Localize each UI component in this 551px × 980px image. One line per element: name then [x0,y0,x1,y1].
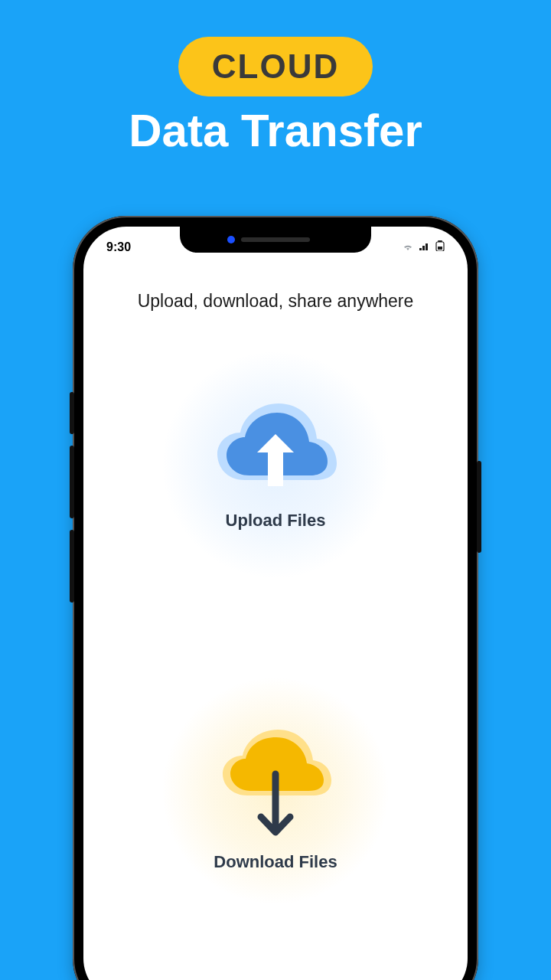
camera-dot [227,236,235,243]
wifi-icon [402,240,414,254]
status-time: 9:30 [106,240,131,254]
hero-title: Data Transfer [0,104,551,157]
hero-header: CLOUD Data Transfer [0,0,551,157]
cloud-upload-icon [207,396,344,503]
cloud-download-icon [210,722,341,844]
phone-notch [180,227,371,253]
status-icons [402,240,445,254]
svg-rect-2 [438,247,442,250]
phone-side-button [70,530,74,603]
download-label: Download Files [214,852,337,872]
cellular-icon [419,240,431,254]
phone-side-button [70,392,74,434]
phone-screen: 9:30 Upload, download, share anywhere [83,227,468,980]
cloud-badge: CLOUD [178,37,373,96]
upload-label: Upload Files [226,511,326,531]
screen-subtitle: Upload, download, share anywhere [83,291,468,312]
phone-frame: 9:30 Upload, download, share anywhere [73,216,478,980]
download-files-button[interactable]: Download Files [83,722,468,872]
battery-icon [435,240,445,254]
upload-files-button[interactable]: Upload Files [83,396,468,531]
speaker-slot [241,237,310,242]
phone-side-button [70,446,74,518]
phone-side-button [477,461,481,553]
phone-mockup: 9:30 Upload, download, share anywhere [73,216,478,980]
